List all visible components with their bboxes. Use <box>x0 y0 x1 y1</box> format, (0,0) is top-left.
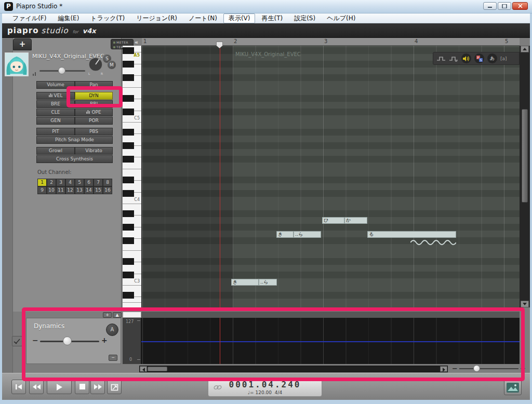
zoom-in-label[interactable]: + <box>520 365 526 372</box>
pan-knob[interactable]: L R <box>87 56 104 78</box>
loop-button[interactable] <box>107 380 122 394</box>
param-bri-button[interactable]: BRI <box>75 100 113 108</box>
note[interactable]: る <box>367 231 456 238</box>
channel-5-button[interactable]: 5 <box>75 179 84 186</box>
scroll-left-button[interactable] <box>140 366 147 372</box>
menu-help[interactable]: ヘルプ(H) <box>322 14 361 23</box>
lyric-phoneme-toggle-button[interactable]: あ <box>487 53 497 63</box>
scroll-right-button[interactable] <box>440 366 447 372</box>
note[interactable]: か <box>344 217 367 224</box>
control-track-toggle-button[interactable] <box>12 336 22 346</box>
note[interactable]: ‥ら <box>259 279 277 286</box>
dynamics-slider-handle[interactable] <box>63 336 72 345</box>
pitch-line-icon[interactable] <box>436 56 446 62</box>
cross-synthesis-button[interactable]: Cross Synthesis <box>36 155 113 163</box>
param-vel-button[interactable]: VEL <box>36 92 75 100</box>
menu-file[interactable]: ファイル(F) <box>7 14 51 23</box>
channel-1-button[interactable]: 1 <box>37 179 47 186</box>
scroll-down-button[interactable] <box>521 301 529 307</box>
param-bre-button[interactable]: BRE <box>36 100 75 108</box>
param-pbs-button[interactable]: PBS <box>75 128 113 136</box>
remove-control-track-button[interactable]: − <box>109 355 117 361</box>
channel-16-button[interactable]: 16 <box>103 186 112 194</box>
channel-14-button[interactable]: 14 <box>84 186 94 194</box>
black-keys[interactable] <box>123 46 134 307</box>
zoom-out-label[interactable]: − <box>452 365 458 372</box>
piano-keyboard[interactable]: A5 C5 C4 C3 <box>123 46 142 307</box>
decrease-label[interactable]: − <box>32 336 38 344</box>
collapse-control-track-button[interactable]: ▲ <box>113 312 122 318</box>
channel-13-button[interactable]: 13 <box>75 186 84 194</box>
track-avatar[interactable] <box>5 52 29 76</box>
close-button[interactable] <box>512 2 528 10</box>
zoom-slider-handle[interactable] <box>473 365 480 372</box>
menu-play[interactable]: 再生(T) <box>256 14 288 23</box>
piano-roll[interactable]: MIKU_V4X_Original_EVEC き ‥ら ひ か る き ‥ら <box>142 46 520 307</box>
note[interactable]: き <box>276 231 294 238</box>
menu-region[interactable]: リージョン(R) <box>131 14 182 23</box>
go-to-start-button[interactable] <box>11 380 26 394</box>
tempo-value[interactable]: ♩= 120.00 <box>248 390 272 395</box>
channel-4-button[interactable]: 4 <box>65 179 75 186</box>
param-cle-button[interactable]: CLE <box>36 109 75 116</box>
rewind-button[interactable] <box>29 380 44 394</box>
scroll-up-button[interactable] <box>521 46 529 52</box>
add-track-tab[interactable]: + <box>13 38 32 50</box>
automation-value-line[interactable] <box>141 341 520 342</box>
channel-10-button[interactable]: 10 <box>47 186 56 194</box>
channel-15-button[interactable]: 15 <box>94 186 103 194</box>
channel-12-button[interactable]: 12 <box>65 186 75 194</box>
menu-settings[interactable]: 設定(S) <box>289 14 321 23</box>
auto-mode-button[interactable]: A <box>106 324 118 336</box>
horizontal-scroll-thumb[interactable] <box>148 367 167 371</box>
channel-6-button[interactable]: 6 <box>84 179 94 186</box>
timeline-ruler[interactable]: 1 2 3 4 5 <box>142 38 520 46</box>
preview-speaker-button[interactable] <box>461 53 471 63</box>
pitch-line-alt-icon[interactable] <box>449 56 458 62</box>
fast-forward-button[interactable] <box>90 380 105 394</box>
horizontal-scrollbar[interactable] <box>139 366 448 372</box>
growl-button[interactable]: Growl <box>36 147 75 155</box>
vibrato-button[interactable]: Vibrato <box>75 147 113 155</box>
note[interactable]: ‥ら <box>294 231 321 238</box>
menu-note[interactable]: ノート(N) <box>183 14 222 23</box>
param-volume-button[interactable]: Volume <box>36 81 75 89</box>
stop-button[interactable] <box>75 380 89 394</box>
channel-7-button[interactable]: 7 <box>94 179 103 186</box>
maximize-button[interactable] <box>498 2 511 10</box>
channel-3-button[interactable]: 3 <box>56 179 65 186</box>
panel-collapse-button[interactable]: « <box>135 39 138 46</box>
param-por-button[interactable]: POR <box>75 117 113 125</box>
channel-8-button[interactable]: 8 <box>103 179 112 186</box>
channel-11-button[interactable]: 11 <box>56 186 65 194</box>
menu-view[interactable]: 表示(V) <box>223 14 256 23</box>
blocks-toggle-button[interactable]: PS <box>474 53 484 63</box>
vertical-scrollbar[interactable] <box>520 46 530 307</box>
param-pit-button[interactable]: PIT <box>36 128 75 136</box>
param-ope-button[interactable]: OPE <box>75 109 113 116</box>
time-display[interactable]: 0001.04.240 ♩= 120.00 4/4 <box>208 378 322 397</box>
zoom-slider-track[interactable] <box>459 368 518 369</box>
add-control-track-button[interactable]: + <box>103 312 112 318</box>
phoneme-bracket-toggle[interactable]: [a] <box>500 56 507 61</box>
play-button[interactable] <box>47 380 72 394</box>
time-signature[interactable]: 4/4 <box>275 390 282 395</box>
vertical-scroll-thumb[interactable] <box>522 109 528 203</box>
menu-track[interactable]: トラック(T) <box>85 14 130 23</box>
background-image-button[interactable] <box>504 380 522 395</box>
piapro-studio-logo: piapro studio for v4x <box>7 25 96 35</box>
minimize-button[interactable] <box>483 2 497 10</box>
channel-9-button[interactable]: 9 <box>37 186 47 194</box>
param-dyn-button[interactable]: DYN <box>75 92 113 100</box>
note[interactable]: き <box>231 279 259 286</box>
param-gen-button[interactable]: GEN <box>36 117 75 125</box>
menu-edit[interactable]: 編集(E) <box>52 14 84 23</box>
param-pan-button[interactable]: Pan <box>75 81 113 89</box>
pitch-snap-mode-button[interactable]: Pitch Snap Mode <box>36 136 113 144</box>
increase-label[interactable]: + <box>101 336 108 344</box>
note[interactable]: ひ <box>322 217 344 224</box>
dynamics-automation-lane[interactable] <box>141 318 520 364</box>
channel-2-button[interactable]: 2 <box>47 179 56 186</box>
volume-slider-handle[interactable] <box>58 67 65 74</box>
mute-button[interactable]: M <box>107 60 116 70</box>
